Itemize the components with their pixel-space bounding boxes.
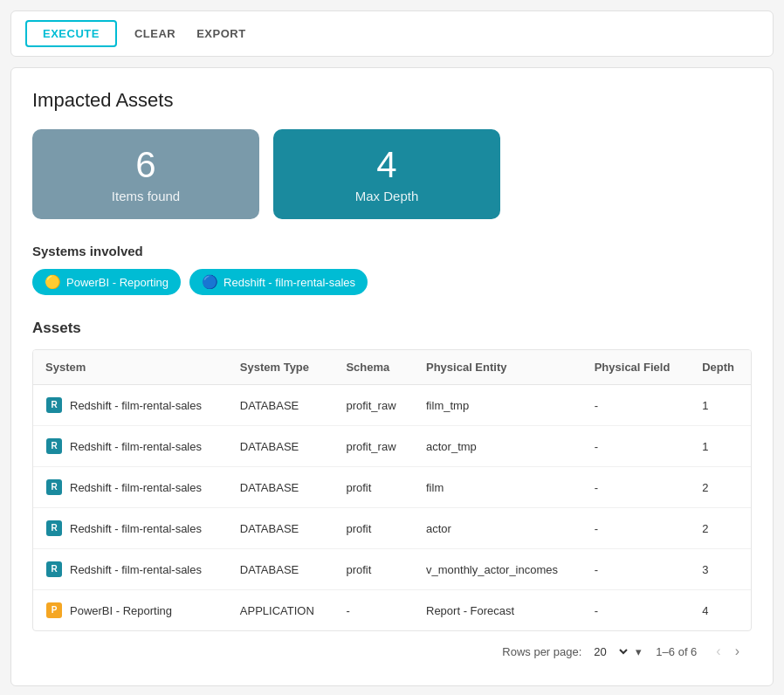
cell-physical-entity: v_monthly_actor_incomes [414, 549, 582, 590]
cell-depth: 2 [690, 467, 751, 508]
table-row: R Redshift - film-rental-sales DATABASE … [33, 467, 751, 508]
max-depth-label: Max Depth [294, 189, 479, 203]
cell-physical-field: - [582, 426, 690, 467]
col-physical-field: Physical Field [582, 350, 690, 385]
cell-depth: 3 [690, 549, 751, 590]
export-button[interactable]: EXPORT [193, 22, 249, 45]
cell-schema: profit [334, 549, 414, 590]
cell-system: R Redshift - film-rental-sales [33, 385, 228, 426]
cell-system: R Redshift - film-rental-sales [33, 467, 228, 508]
cell-system-type: APPLICATION [228, 590, 334, 631]
redshift-icon: 🔵 [202, 274, 218, 290]
next-page-button[interactable]: › [730, 642, 745, 661]
powerbi-icon: 🟡 [45, 274, 61, 290]
cell-physical-entity: actor [414, 508, 582, 549]
systems-section-title: Systems involved [32, 244, 752, 258]
systems-section: Systems involved 🟡 PowerBI - Reporting 🔵… [32, 244, 752, 295]
cell-system: R Redshift - film-rental-sales [33, 426, 228, 467]
col-physical-entity: Physical Entity [414, 350, 582, 385]
cell-system-type: DATABASE [228, 467, 334, 508]
content-panel: Impacted Assets 6 Items found 4 Max Dept… [10, 67, 774, 686]
system-name: PowerBI - Reporting [70, 604, 172, 617]
system-row-icon: R [45, 561, 63, 578]
system-row-icon: R [45, 478, 63, 496]
col-system-type: System Type [228, 350, 334, 385]
cell-physical-entity: film_tmp [414, 385, 582, 426]
cell-system: R Redshift - film-rental-sales [33, 549, 228, 590]
cell-physical-field: - [582, 508, 690, 549]
execute-button[interactable]: EXECUTE [25, 20, 117, 47]
cell-depth: 1 [690, 385, 751, 426]
cell-system-type: DATABASE [228, 426, 334, 467]
page-info: 1–6 of 6 [656, 645, 697, 658]
cell-system-type: DATABASE [228, 549, 334, 590]
cell-depth: 1 [690, 426, 751, 467]
cell-schema: profit [334, 467, 414, 508]
table-row: R Redshift - film-rental-sales DATABASE … [33, 549, 751, 590]
cell-schema: profit_raw [334, 426, 414, 467]
system-badge-redshift[interactable]: 🔵 Redshift - film-rental-sales [189, 269, 368, 295]
rows-per-page: Rows per page: 20 50 100 ▾ [502, 643, 642, 661]
assets-table-container: System System Type Schema Physical Entit… [32, 349, 752, 631]
assets-title: Assets [32, 320, 752, 337]
cell-system: R Redshift - film-rental-sales [33, 508, 228, 549]
system-name: Redshift - film-rental-sales [70, 440, 202, 453]
system-row-icon: R [45, 396, 63, 414]
cell-depth: 4 [690, 590, 751, 631]
col-depth: Depth [690, 350, 751, 385]
clear-button[interactable]: CLEAR [131, 22, 179, 45]
col-system: System [33, 350, 228, 385]
cell-system-type: DATABASE [228, 385, 334, 426]
col-schema: Schema [334, 350, 414, 385]
cell-depth: 2 [690, 508, 751, 549]
rows-per-page-select[interactable]: 20 50 100 [587, 643, 630, 661]
items-found-card: 6 Items found [32, 129, 259, 219]
cell-physical-field: - [582, 549, 690, 590]
cell-physical-field: - [582, 590, 690, 631]
cell-physical-field: - [582, 467, 690, 508]
assets-section: Assets System System Type Schema Physica… [32, 320, 752, 664]
items-found-value: 6 [53, 145, 238, 185]
table-row: R Redshift - film-rental-sales DATABASE … [33, 508, 751, 549]
items-found-label: Items found [53, 189, 238, 203]
table-row: R Redshift - film-rental-sales DATABASE … [33, 426, 751, 467]
assets-table: System System Type Schema Physical Entit… [33, 350, 751, 630]
system-name: Redshift - film-rental-sales [70, 481, 202, 494]
stats-row: 6 Items found 4 Max Depth [32, 129, 752, 219]
table-row: R Redshift - film-rental-sales DATABASE … [33, 385, 751, 426]
systems-row: 🟡 PowerBI - Reporting 🔵 Redshift - film-… [32, 269, 752, 295]
pagination-row: Rows per page: 20 50 100 ▾ 1–6 of 6 ‹ › [32, 631, 752, 664]
system-name: Redshift - film-rental-sales [70, 563, 202, 576]
cell-system-type: DATABASE [228, 508, 334, 549]
toolbar: EXECUTE CLEAR EXPORT [10, 10, 774, 57]
prev-page-button[interactable]: ‹ [711, 642, 726, 661]
cell-physical-entity: actor_tmp [414, 426, 582, 467]
cell-schema: profit_raw [334, 385, 414, 426]
powerbi-label: PowerBI - Reporting [66, 276, 168, 289]
redshift-label: Redshift - film-rental-sales [224, 276, 355, 289]
max-depth-card: 4 Max Depth [273, 129, 500, 219]
system-name: Redshift - film-rental-sales [70, 399, 202, 412]
page-nav: ‹ › [711, 642, 745, 661]
rows-per-page-label: Rows per page: [502, 645, 581, 658]
system-badge-powerbi[interactable]: 🟡 PowerBI - Reporting [32, 269, 181, 295]
cell-schema: profit [334, 508, 414, 549]
page-title: Impacted Assets [32, 89, 752, 112]
cell-system: P PowerBI - Reporting [33, 590, 228, 631]
system-row-icon: R [45, 520, 63, 537]
system-name: Redshift - film-rental-sales [70, 522, 202, 535]
cell-schema: - [334, 590, 414, 631]
table-body: R Redshift - film-rental-sales DATABASE … [33, 385, 751, 631]
table-row: P PowerBI - Reporting APPLICATION - Repo… [33, 590, 751, 631]
max-depth-value: 4 [294, 145, 479, 185]
table-header-row: System System Type Schema Physical Entit… [33, 350, 751, 385]
cell-physical-field: - [582, 385, 690, 426]
cell-physical-entity: film [414, 467, 582, 508]
cell-physical-entity: Report - Forecast [414, 590, 582, 631]
system-row-icon: P [45, 602, 63, 619]
system-row-icon: R [45, 437, 63, 455]
main-container: EXECUTE CLEAR EXPORT Impacted Assets 6 I… [0, 10, 784, 695]
dropdown-icon: ▾ [636, 645, 642, 658]
